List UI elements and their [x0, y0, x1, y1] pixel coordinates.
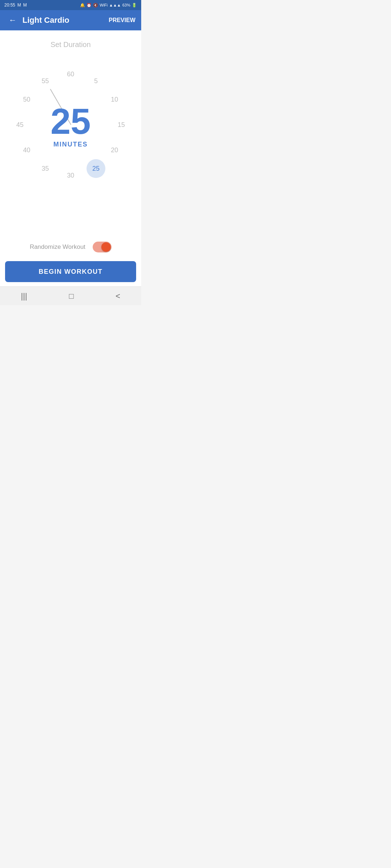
mute-icon: 🔇 [93, 3, 98, 8]
alarm-icon: 🔔 [80, 3, 85, 8]
tick-number[interactable]: 50 [23, 96, 30, 103]
begin-workout-button[interactable]: BEGIN WORKOUT [5, 261, 136, 282]
tick-number[interactable]: 30 [67, 172, 74, 179]
tick-number[interactable]: 35 [42, 165, 49, 173]
tick-number[interactable]: 5 [94, 77, 98, 85]
wifi-icon: WiFi [100, 3, 108, 7]
tick-number[interactable]: 20 [111, 146, 118, 154]
signal-icon: ▲▲▲ [109, 3, 121, 7]
tick-number[interactable]: 40 [23, 146, 30, 154]
battery-icon: 🔋 [132, 3, 137, 8]
home-icon[interactable]: □ [60, 289, 83, 304]
page-title: Light Cardio [22, 16, 109, 25]
status-bar: 20:55 M M 🔔 ⏰ 🔇 WiFi ▲▲▲ 63% 🔋 [0, 0, 141, 10]
toggle-knob [101, 242, 111, 252]
clock-dial[interactable]: 25 MINUTES 60510152025303540455055 [13, 63, 129, 186]
tick-number[interactable]: 45 [16, 121, 24, 129]
clock-minutes-label: MINUTES [54, 141, 88, 148]
tick-number[interactable]: 15 [118, 121, 125, 129]
bottom-nav: ||| □ < [0, 286, 141, 305]
status-time: 20:55 [4, 3, 15, 8]
status-carrier1: M [17, 3, 21, 8]
clock-center-value: 25 [50, 103, 91, 139]
preview-button[interactable]: PREVIEW [109, 17, 135, 24]
battery-label: 63% [122, 3, 130, 7]
menu-icon[interactable]: ||| [12, 289, 36, 304]
content-area: Set Duration 25 MINUTES 6051015202530354… [0, 30, 141, 286]
tick-number[interactable]: 55 [42, 77, 49, 85]
status-carrier2: M [23, 3, 27, 8]
randomize-toggle[interactable] [93, 242, 112, 252]
page: 20:55 M M 🔔 ⏰ 🔇 WiFi ▲▲▲ 63% 🔋 ← Light C… [0, 0, 141, 305]
selected-tick: 25 [87, 159, 105, 178]
set-duration-label: Set Duration [0, 41, 141, 49]
header: ← Light Cardio PREVIEW [0, 10, 141, 30]
back-nav-icon[interactable]: < [107, 289, 129, 304]
spacer [0, 193, 141, 233]
status-right: 🔔 ⏰ 🔇 WiFi ▲▲▲ 63% 🔋 [80, 3, 137, 8]
clock-icon: ⏰ [87, 3, 92, 8]
tick-number[interactable]: 60 [67, 71, 74, 78]
randomize-label: Randomize Workout [30, 243, 85, 251]
back-button[interactable]: ← [6, 14, 20, 26]
randomize-row: Randomize Workout [0, 233, 141, 261]
status-left: 20:55 M M [4, 3, 27, 8]
tick-number[interactable]: 10 [111, 96, 118, 103]
